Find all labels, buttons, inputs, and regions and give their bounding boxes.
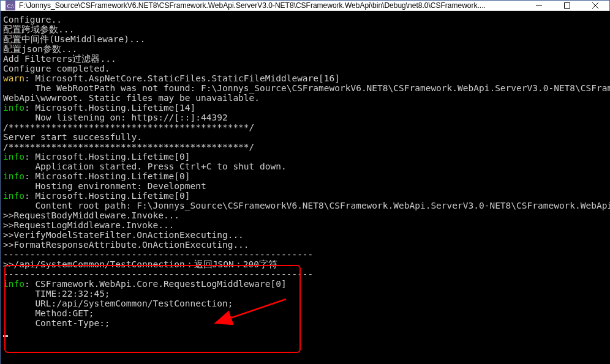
console-line: Method:GET; [3,308,610,318]
console-output[interactable]: Configure..配置跨域参数...配置中间件(UseMiddleware)… [1,11,610,364]
close-button[interactable] [581,1,609,10]
app-icon: C:\ [6,1,15,10]
console-line: Add Filterers过滤器... [3,54,610,64]
console-line: TIME:22:32:45; [3,289,610,299]
console-line: >>FormatResponseAttribute.OnActionExecut… [3,240,610,250]
titlebar[interactable]: C:\ F:\Jonnys_Source\CSFrameworkV6.NET8\… [1,1,609,11]
console-line: Now listening on: https://[::]:44392 [3,113,610,122]
console-line: Content root path: F:\Jonnys_Source\CSFr… [3,201,610,210]
console-line: Configure.. [3,15,610,24]
console-line: URL:/api/SystemCommon/TestConnection; [3,299,610,308]
console-line: 配置中间件(UseMiddleware)... [3,34,610,44]
console-line: info: CSFramework.WebApi.Core.RequestLog… [3,279,610,289]
console-line: Hosting environment: Development [3,181,610,191]
maximize-button[interactable] [553,1,581,10]
console-line: info: Microsoft.Hosting.Lifetime[14] [3,103,610,113]
console-line: warn: Microsoft.AspNetCore.StaticFiles.S… [3,73,610,83]
console-line: 配置跨域参数... [3,24,610,34]
console-area: Configure..配置跨域参数...配置中间件(UseMiddleware)… [1,11,609,364]
console-line: The WebRootPath was not found: F:\Jonnys… [3,83,610,93]
console-line: Server start successfully. [3,132,610,142]
console-line: WebApi\wwwroot. Static files may be unav… [3,93,610,103]
console-line: info: Microsoft.Hosting.Lifetime[0] [3,152,610,162]
console-line: info: Microsoft.Hosting.Lifetime[0] [3,171,610,181]
minimize-button[interactable] [525,1,553,10]
console-line: 配置json参数... [3,44,610,54]
console-line: >>RequestLogMiddleware.Invoke... [3,220,610,230]
window-controls [525,1,609,10]
console-cursor-line [3,328,610,338]
console-line: Content-Type:; [3,318,610,328]
console-line: >>RequestBodyMiddleware.Invoke... [3,210,610,220]
console-line: Application started. Press Ctrl+C to shu… [3,162,610,171]
window-title: F:\Jonnys_Source\CSFrameworkV6.NET8\CSFr… [19,1,525,10]
svg-text:C:\: C:\ [7,3,14,9]
app-window: C:\ F:\Jonnys_Source\CSFrameworkV6.NET8\… [0,0,610,364]
console-line: info: Microsoft.Hosting.Lifetime[0] [3,191,610,201]
console-line: >>VerifyModelStateFilter.OnActionExecuti… [3,230,610,240]
console-line: Configure completed. [3,64,610,73]
console-line: /***************************************… [3,122,610,132]
console-line: >>/api/SystemCommon/TestConnection：返回JSO… [3,259,610,269]
console-line: /***************************************… [3,142,610,152]
console-line: ----------------------------------------… [3,250,610,259]
svg-rect-3 [565,3,570,9]
console-line: ----------------------------------------… [3,269,610,279]
